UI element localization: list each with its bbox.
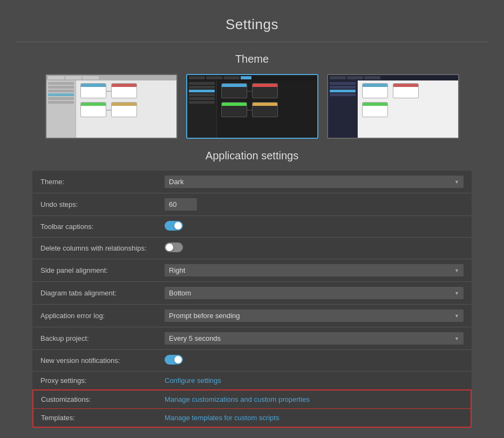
table-row: Diagram tabs alignment: Top Bottom	[33, 282, 471, 305]
content-dark	[187, 80, 317, 138]
canvas-light	[76, 80, 176, 138]
app-settings-section: Application settings Theme: Light Dark M…	[0, 150, 504, 428]
table-row: Side panel alignment: Left Right	[33, 259, 471, 282]
thumb-mixed-inner	[328, 75, 458, 138]
diagram-tabs-select[interactable]: Top Bottom	[165, 287, 464, 299]
tb-light	[46, 75, 176, 80]
backup-select-wrapper: Every 5 seconds Every 10 seconds Every 3…	[165, 332, 464, 345]
theme-thumbnail-light[interactable]	[45, 74, 178, 139]
toolbar-captions-toggle[interactable]	[165, 221, 183, 231]
theme-section: Theme	[0, 53, 504, 139]
table-row: Application error log: Prompt before sen…	[33, 305, 471, 327]
error-log-select[interactable]: Prompt before sending Always send Never …	[165, 309, 464, 322]
row-value-delete-cols	[157, 238, 471, 259]
theme-thumbnails	[32, 74, 472, 139]
notifications-toggle[interactable]	[165, 355, 183, 365]
app-settings-title: Application settings	[32, 150, 472, 162]
tb-mixed	[328, 75, 458, 80]
row-value-proxy: Configure settings	[157, 372, 471, 390]
proxy-settings-link[interactable]: Configure settings	[165, 376, 221, 385]
toggle-knob	[166, 244, 173, 251]
table-row: Theme: Light Dark Mixed	[33, 171, 471, 193]
page-title: Settings	[0, 11, 504, 42]
sidebar-light	[46, 80, 76, 138]
row-label-proxy: Proxy settings:	[33, 372, 157, 390]
row-value-diagram-tabs: Top Bottom	[157, 282, 471, 305]
table-row-templates: Templates: Manage templates for custom s…	[33, 409, 471, 428]
row-value-error-log: Prompt before sending Always send Never …	[157, 305, 471, 327]
row-value-backup: Every 5 seconds Every 10 seconds Every 3…	[157, 327, 471, 350]
canvas-mixed	[358, 80, 458, 138]
table-row: New version notifications:	[33, 350, 471, 372]
table-row: Backup project: Every 5 seconds Every 10…	[33, 327, 471, 350]
templates-link[interactable]: Manage templates for custom scripts	[165, 414, 279, 422]
theme-thumbnail-mixed[interactable]	[327, 74, 459, 139]
toggle-knob	[174, 222, 182, 230]
thumb-dark-inner	[187, 75, 317, 138]
row-label-undo: Undo steps:	[33, 193, 157, 216]
row-label-error-log: Application error log:	[33, 305, 157, 327]
side-panel-select-wrapper: Left Right	[165, 264, 464, 277]
backup-select[interactable]: Every 5 seconds Every 10 seconds Every 3…	[165, 332, 464, 345]
theme-select[interactable]: Light Dark Mixed	[165, 176, 464, 188]
delete-cols-toggle[interactable]	[165, 242, 183, 252]
table-row-customizations: Customizations: Manage customizations an…	[33, 390, 471, 409]
theme-section-title: Theme	[32, 53, 472, 65]
diagram-tabs-select-wrapper: Top Bottom	[165, 287, 464, 299]
page-container: Settings Theme	[0, 0, 504, 438]
row-label-side-panel: Side panel alignment:	[33, 259, 157, 282]
side-panel-select[interactable]: Left Right	[165, 264, 464, 277]
table-row: Proxy settings: Configure settings	[33, 372, 471, 390]
table-row: Delete columns with relationships:	[33, 238, 471, 259]
sidebar-dark	[187, 80, 217, 138]
row-label-backup: Backup project:	[33, 327, 157, 350]
row-label-notifications: New version notifications:	[33, 350, 157, 372]
row-label-diagram-tabs: Diagram tabs alignment:	[33, 282, 157, 305]
title-divider	[16, 42, 488, 42]
tb-dark	[187, 75, 317, 80]
row-label-theme: Theme:	[33, 171, 157, 193]
thumb-light-inner	[46, 75, 176, 138]
toggle-knob	[174, 356, 182, 363]
row-label-customizations: Customizations:	[33, 390, 157, 409]
canvas-dark	[217, 80, 317, 138]
settings-table: Theme: Light Dark Mixed Undo steps:	[32, 171, 472, 428]
row-value-templates: Manage templates for custom scripts	[157, 409, 471, 428]
row-value-toolbar	[157, 216, 471, 238]
row-value-notifications	[157, 350, 471, 372]
theme-select-wrapper: Light Dark Mixed	[165, 176, 464, 188]
table-row: Undo steps:	[33, 193, 471, 216]
theme-thumbnail-dark[interactable]	[186, 74, 318, 139]
undo-steps-input[interactable]	[165, 198, 197, 211]
content-light	[46, 80, 176, 138]
error-log-select-wrapper: Prompt before sending Always send Never …	[165, 309, 464, 322]
row-value-undo	[157, 193, 471, 216]
content-mixed	[328, 80, 458, 138]
row-label-templates: Templates:	[33, 409, 157, 428]
table-row: Toolbar captions:	[33, 216, 471, 238]
customizations-link[interactable]: Manage customizations and custom propert…	[165, 395, 310, 403]
row-label-toolbar: Toolbar captions:	[33, 216, 157, 238]
row-label-delete-cols: Delete columns with relationships:	[33, 238, 157, 259]
row-value-side-panel: Left Right	[157, 259, 471, 282]
sidebar-mixed	[328, 80, 358, 138]
row-value-customizations: Manage customizations and custom propert…	[157, 390, 471, 409]
row-value-theme: Light Dark Mixed	[157, 171, 471, 193]
